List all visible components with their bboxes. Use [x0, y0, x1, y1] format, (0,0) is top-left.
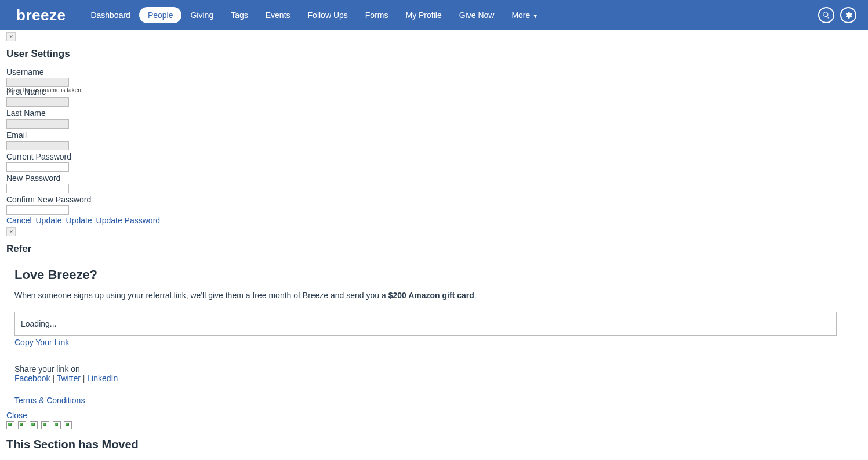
refer-title: Love Breeze?: [14, 267, 868, 282]
search-icon: [822, 11, 830, 19]
nav-tags[interactable]: Tags: [222, 7, 257, 23]
share-linkedin-link[interactable]: LinkedIn: [87, 374, 118, 383]
user-settings-heading: User Settings: [6, 48, 868, 60]
action-links: Cancel Update Update Update Password: [6, 216, 868, 225]
email-input[interactable]: [6, 141, 69, 150]
refer-heading: Refer: [6, 243, 868, 255]
terms-link[interactable]: Terms & Conditions: [14, 396, 85, 405]
share-twitter-link[interactable]: Twitter: [57, 374, 81, 383]
refer-desc-pre: When someone signs up using your referra…: [14, 291, 388, 300]
newpw-label: New Password: [6, 173, 868, 183]
nav-icons: [818, 7, 856, 23]
update-link-1[interactable]: Update: [35, 216, 61, 225]
username-label: Username: [6, 67, 868, 77]
broken-image-row: [6, 421, 868, 431]
broken-image-icon: [64, 421, 72, 429]
current-password-input[interactable]: [6, 162, 69, 172]
refer-desc-bold: $200 Amazon gift card: [388, 291, 474, 300]
broken-image-icon: [18, 421, 26, 429]
share-label: Share your link on: [14, 364, 868, 374]
chevron-down-icon: ▼: [532, 13, 538, 19]
nav-givenow[interactable]: Give Now: [451, 7, 503, 23]
top-nav: breeze Dashboard People Giving Tags Even…: [0, 0, 868, 30]
share-facebook-link[interactable]: Facebook: [14, 374, 50, 383]
nav-myprofile[interactable]: My Profile: [397, 7, 450, 23]
confirm-password-input[interactable]: [6, 205, 69, 215]
search-button[interactable]: [818, 7, 834, 23]
settings-button[interactable]: [840, 7, 856, 23]
update-password-link[interactable]: Update Password: [96, 216, 161, 225]
nav-people[interactable]: People: [139, 7, 182, 23]
broken-image-icon: [53, 421, 61, 429]
confirmpw-label: Confirm New Password: [6, 194, 868, 205]
broken-image-icon: [41, 421, 49, 429]
close-x-button-1[interactable]: ×: [6, 32, 16, 41]
firstname-input[interactable]: [6, 97, 69, 107]
separator: |: [52, 374, 56, 383]
refer-description: When someone signs up using your referra…: [14, 291, 868, 300]
broken-image-icon: [6, 421, 14, 429]
refer-desc-post: .: [474, 291, 477, 300]
close-x-button-2[interactable]: ×: [6, 227, 16, 236]
broken-image-icon: [30, 421, 38, 429]
nav-giving[interactable]: Giving: [181, 7, 222, 23]
nav-more[interactable]: More▼: [503, 7, 547, 23]
logo: breeze: [16, 6, 66, 24]
cancel-link[interactable]: Cancel: [6, 216, 32, 225]
currentpw-label: Current Password: [6, 151, 868, 162]
new-password-input[interactable]: [6, 184, 69, 193]
nav-followups[interactable]: Follow Ups: [299, 7, 357, 23]
close-link[interactable]: Close: [6, 411, 27, 420]
referral-link-box[interactable]: Loading...: [14, 312, 837, 336]
moved-heading: This Section has Moved: [6, 438, 868, 451]
nav-links: Dashboard People Giving Tags Events Foll…: [82, 7, 547, 23]
nav-forms[interactable]: Forms: [357, 7, 397, 23]
nav-dashboard[interactable]: Dashboard: [82, 7, 139, 23]
update-link-2[interactable]: Update: [66, 216, 92, 225]
nav-more-label: More: [511, 10, 530, 20]
gear-icon: [844, 11, 852, 19]
copy-link[interactable]: Copy Your Link: [14, 338, 69, 347]
lastname-input[interactable]: [6, 119, 69, 129]
username-input[interactable]: [6, 78, 69, 87]
firstname-label: First Name: [6, 86, 868, 97]
nav-events[interactable]: Events: [257, 7, 299, 23]
lastname-label: Last Name: [6, 108, 868, 118]
email-label: Email: [6, 130, 868, 140]
